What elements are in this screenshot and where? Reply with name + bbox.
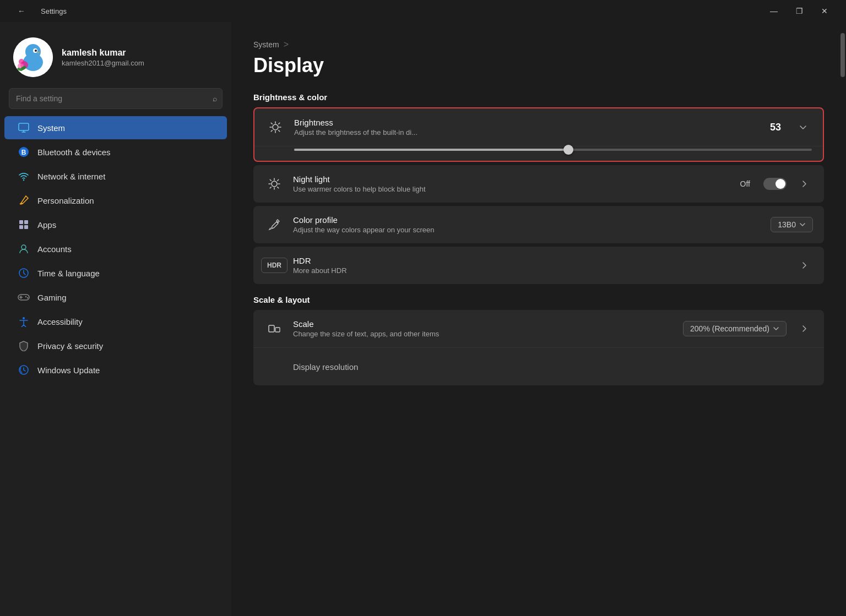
- sidebar-item-network[interactable]: Network & internet: [4, 165, 227, 188]
- svg-point-2: [25, 44, 41, 59]
- breadcrumb-parent[interactable]: System: [253, 40, 279, 49]
- night-light-subtitle: Use warmer colors to help block blue lig…: [293, 185, 731, 193]
- scale-card: Scale Change the size of text, apps, and…: [253, 310, 824, 385]
- shield-icon: [18, 340, 30, 352]
- brightness-title: Brightness: [294, 118, 761, 127]
- titlebar-title: Settings: [41, 7, 67, 15]
- sidebar-item-gaming[interactable]: Gaming: [4, 286, 227, 309]
- night-light-toggle[interactable]: [763, 178, 787, 190]
- accessibility-icon: [18, 315, 30, 328]
- user-email: kamlesh2011@gmail.com: [62, 59, 144, 67]
- color-profile-info: Color profile Adjust the way colors appe…: [293, 215, 762, 234]
- scale-section-label: Scale & layout: [253, 295, 824, 304]
- svg-line-36: [271, 130, 272, 132]
- sidebar-item-privacy[interactable]: Privacy & security: [4, 334, 227, 357]
- user-section: kamlesh kumar kamlesh2011@gmail.com: [0, 22, 231, 88]
- scrollbar[interactable]: [839, 22, 846, 616]
- eyedropper-icon: [264, 215, 284, 235]
- svg-point-14: [23, 179, 24, 181]
- night-light-icon: [264, 174, 284, 194]
- sidebar-item-network-label: Network & internet: [37, 172, 105, 181]
- titlebar-left: ← Settings: [9, 2, 67, 20]
- night-light-card: Night light Use warmer colors to help bl…: [253, 165, 824, 203]
- svg-rect-47: [275, 328, 280, 332]
- search-input[interactable]: [9, 88, 223, 109]
- sidebar-item-bluetooth[interactable]: B Bluetooth & devices: [4, 140, 227, 163]
- sun-icon: [265, 117, 285, 137]
- sidebar-item-windows-update[interactable]: Windows Update: [4, 358, 227, 381]
- hdr-subtitle: More about HDR: [293, 266, 787, 275]
- color-profile-subtitle: Adjust the way colors appear on your scr…: [293, 226, 762, 234]
- sidebar-item-personalization-label: Personalization: [37, 196, 94, 205]
- scrollbar-thumb[interactable]: [840, 33, 845, 77]
- sidebar-item-accounts-label: Accounts: [37, 244, 72, 254]
- night-light-row[interactable]: Night light Use warmer colors to help bl…: [253, 165, 824, 203]
- sidebar-item-accessibility[interactable]: Accessibility: [4, 310, 227, 333]
- clock-icon: [18, 267, 30, 279]
- color-profile-title: Color profile: [293, 215, 762, 225]
- titlebar-controls: — ❐ ✕: [761, 2, 837, 20]
- sidebar-item-apps[interactable]: Apps: [4, 213, 227, 236]
- display-resolution-info: Display resolution: [293, 362, 813, 372]
- sidebar-item-windows-update-label: Windows Update: [37, 366, 100, 375]
- sidebar-item-accounts[interactable]: Accounts: [4, 237, 227, 260]
- hdr-label: HDR: [261, 258, 288, 273]
- search-box: ⌕: [9, 88, 223, 109]
- night-light-status: Off: [740, 179, 750, 188]
- scale-row[interactable]: Scale Change the size of text, apps, and…: [253, 310, 824, 348]
- svg-rect-46: [269, 325, 274, 332]
- maximize-button[interactable]: ❐: [787, 2, 812, 20]
- scale-info: Scale Change the size of text, apps, and…: [293, 319, 674, 338]
- monitor-icon: [18, 122, 30, 134]
- sidebar-item-apps-label: Apps: [37, 220, 56, 230]
- brightness-row[interactable]: Brightness Adjust the brightness of the …: [254, 108, 823, 146]
- svg-point-4: [35, 50, 37, 52]
- titlebar: ← Settings — ❐ ✕: [0, 0, 846, 22]
- night-light-info: Night light Use warmer colors to help bl…: [293, 175, 731, 193]
- toggle-thumb: [776, 179, 785, 189]
- brightness-expand-button[interactable]: [794, 118, 812, 136]
- page-title: Display: [253, 54, 824, 77]
- svg-point-26: [23, 317, 25, 319]
- breadcrumb-separator: >: [284, 40, 289, 50]
- svg-point-28: [273, 124, 278, 130]
- color-profile-row[interactable]: Color profile Adjust the way colors appe…: [253, 206, 824, 243]
- brightness-subtitle: Adjust the brightness of the built-in di…: [294, 128, 761, 137]
- scale-value: 200% (Recommended): [690, 324, 769, 333]
- sidebar-item-system[interactable]: System: [4, 116, 227, 139]
- back-button[interactable]: ←: [9, 2, 34, 20]
- svg-point-37: [272, 181, 277, 187]
- brush-icon: [18, 194, 30, 206]
- svg-line-44: [278, 179, 279, 181]
- hdr-nav-button[interactable]: [795, 257, 813, 274]
- color-profile-value: 13B0: [778, 220, 796, 229]
- scale-nav-button[interactable]: [795, 320, 813, 337]
- brightness-value: 53: [770, 122, 781, 133]
- hdr-row[interactable]: HDR HDR More about HDR: [253, 247, 824, 284]
- breadcrumb: System >: [253, 40, 824, 50]
- sidebar-item-time-label: Time & language: [37, 269, 100, 278]
- sidebar-item-time[interactable]: Time & language: [4, 261, 227, 285]
- brightness-section-label: Brightness & color: [253, 92, 824, 102]
- svg-rect-18: [24, 225, 28, 229]
- svg-rect-16: [24, 220, 28, 224]
- display-resolution-row[interactable]: Display resolution: [253, 348, 824, 385]
- brightness-slider[interactable]: [294, 149, 812, 151]
- svg-line-45: [270, 187, 271, 188]
- night-light-nav-button[interactable]: [795, 175, 813, 193]
- bluetooth-icon: B: [18, 146, 30, 158]
- color-profile-dropdown[interactable]: 13B0: [771, 217, 813, 232]
- scale-icon: [264, 319, 284, 339]
- sidebar-item-personalization[interactable]: Personalization: [4, 189, 227, 212]
- minimize-button[interactable]: —: [761, 2, 787, 20]
- slider-thumb[interactable]: [563, 145, 573, 155]
- scale-subtitle: Change the size of text, apps, and other…: [293, 330, 674, 338]
- svg-point-24: [25, 296, 26, 297]
- hdr-badge-icon: HDR: [264, 255, 284, 275]
- scale-dropdown[interactable]: 200% (Recommended): [683, 321, 787, 336]
- scale-title: Scale: [293, 319, 674, 329]
- display-resolution-title: Display resolution: [293, 362, 813, 372]
- color-profile-card: Color profile Adjust the way colors appe…: [253, 206, 824, 243]
- user-name: kamlesh kumar: [62, 48, 144, 58]
- close-button[interactable]: ✕: [812, 2, 837, 20]
